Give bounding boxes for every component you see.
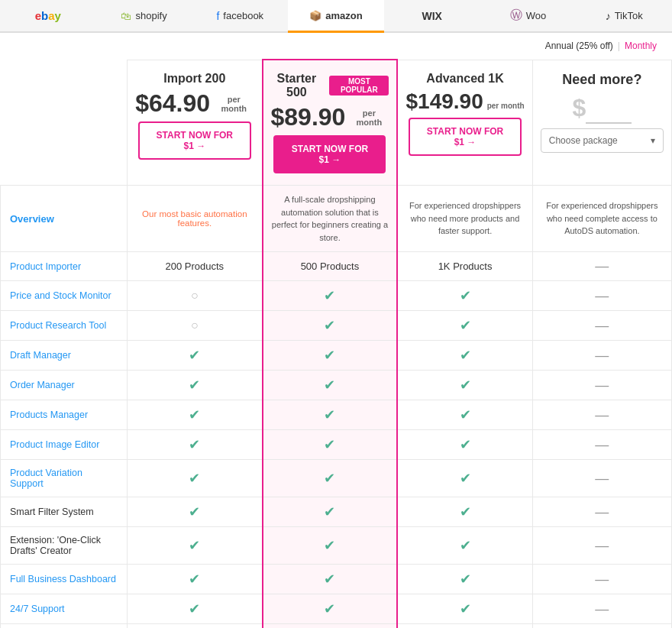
feature-name-cell[interactable]: Price and Stock Monitor (1, 281, 128, 311)
tiktok-icon: ♪ (606, 10, 611, 22)
feature-name-cell[interactable]: Order Manager (1, 371, 128, 400)
starter500-feature-cell: ✔ (263, 341, 398, 371)
feature-name-cell[interactable]: 24/7 Support (1, 594, 128, 624)
feature-name-cell: Smart Filter System (1, 497, 128, 527)
woo-icon: Ⓦ (510, 8, 522, 24)
check-icon: ✔ (324, 538, 335, 553)
advanced1k-feature-cell: ✔ (397, 497, 532, 527)
import200-feature-cell: ○ (128, 281, 263, 311)
choose-package-button[interactable]: Choose package ▾ (541, 128, 664, 153)
starter500-price-value: $89.90 (271, 103, 346, 131)
advanced1k-feature-cell: ✔ (397, 371, 532, 400)
feature-name-cell[interactable]: Product Variation Support (1, 460, 128, 497)
starter500-cta-button[interactable]: START NOW FOR $1 → (273, 135, 386, 173)
starter500-feature-cell: 500 Products (263, 252, 398, 281)
import200-feature-cell: ✔ (128, 594, 263, 624)
dash-icon: — (595, 504, 609, 520)
advanced1k-feature-cell: 1K Products (397, 252, 532, 281)
check-icon: ✔ (460, 377, 471, 393)
check-icon: ✔ (460, 288, 471, 303)
overview-label: Overview (1, 186, 128, 252)
enterprise-price: $ (541, 94, 664, 124)
import200-feature-cell: ✔ (128, 430, 263, 460)
starter500-feature-cell: ✔ (263, 565, 398, 594)
tab-facebook[interactable]: f facebook (192, 0, 288, 33)
annual-label[interactable]: Annual (25% off) (545, 40, 613, 51)
advanced1k-feature-cell: ✔ (397, 565, 532, 594)
check-icon: ✔ (324, 377, 335, 393)
starter500-feature-cell: ✔ (263, 311, 398, 341)
dash-icon: — (595, 471, 609, 486)
check-icon: ✔ (189, 471, 200, 486)
wix-icon: WIX (422, 10, 442, 22)
feature-row: Product Image Editor ✔ ✔ ✔ — (1, 430, 672, 460)
import200-name: Import 200 (135, 72, 254, 86)
tab-wix[interactable]: WIX (384, 0, 480, 33)
feature-row: Product Importer 200 Products 500 Produc… (1, 252, 672, 281)
feature-name-cell[interactable]: Products Manager (1, 400, 128, 430)
check-icon: ✔ (189, 504, 200, 520)
tab-ebay[interactable]: ebay (0, 0, 96, 33)
product-count: 200 Products (166, 261, 225, 272)
feature-name-cell[interactable]: Product Image Editor (1, 430, 128, 460)
tab-woo-label: Woo (526, 10, 547, 21)
tab-tiktok[interactable]: ♪ TikTok (576, 0, 672, 33)
tab-amazon[interactable]: 📦 amazon (288, 0, 384, 33)
choose-package-label: Choose package (549, 135, 618, 146)
feature-row: Product Research Tool ○ ✔ ✔ — (1, 311, 672, 341)
check-icon: ✔ (324, 288, 335, 303)
dash-icon: — (595, 538, 609, 553)
starter500-name: Starter 500 (271, 72, 323, 99)
starter500-feature-cell: ✔ (263, 371, 398, 400)
enterprise-feature-cell: — (532, 311, 671, 341)
feature-name-cell[interactable]: Product Research Tool (1, 311, 128, 341)
check-icon: ✔ (460, 348, 471, 363)
import200-price: $64.90 (135, 90, 210, 117)
enterprise-feature-cell: — (532, 341, 671, 371)
check-icon: ✔ (189, 601, 200, 617)
import200-cta-button[interactable]: START NOW FOR $1 → (138, 121, 251, 160)
feature-row: Order Manager ✔ ✔ ✔ — (1, 371, 672, 400)
advanced1k-feature-cell: ✔ (397, 341, 532, 371)
check-icon: ✔ (460, 601, 471, 617)
tab-woo[interactable]: Ⓦ Woo (480, 0, 577, 33)
check-icon: ✔ (324, 571, 335, 587)
starter500-feature-cell: ✔ (263, 281, 398, 311)
product-count: 500 Products (301, 261, 360, 272)
check-icon: ✔ (324, 471, 335, 486)
advanced1k-cta-button[interactable]: START NOW FOR $1 → (409, 118, 522, 156)
shopify-icon: 🛍 (121, 10, 131, 22)
starter500-feature-cell: ✔ (263, 460, 398, 497)
feature-col-header (1, 60, 128, 186)
monthly-label[interactable]: Monthly (625, 40, 657, 51)
enterprise-feature-cell: — (532, 460, 671, 497)
check-icon: ✔ (189, 571, 200, 587)
dash-icon: — (595, 288, 609, 303)
import200-feature-cell: ✔ (128, 460, 263, 497)
import200-feature-cell: ✔ (128, 341, 263, 371)
advanced1k-per-month: per month (487, 102, 525, 110)
feature-name-cell[interactable]: Full Business Dashboard (1, 565, 128, 594)
import200-feature-cell: ✔ (128, 497, 263, 527)
dash-icon: — (595, 348, 609, 363)
check-icon: ✔ (460, 437, 471, 452)
plan-advanced1k-header: Advanced 1K $149.90 per month START NOW … (397, 60, 532, 186)
check-icon: ✔ (324, 437, 335, 452)
feature-name-cell[interactable]: Product Importer (1, 252, 128, 281)
plan-header-row: Import 200 $64.90 per month START NOW FO… (1, 60, 672, 186)
advanced1k-overview: For experienced dropshippers who need mo… (397, 186, 532, 252)
feature-row: Full Business Dashboard ✔ ✔ ✔ — (1, 565, 672, 594)
feature-name-cell[interactable]: Draft Manager (1, 341, 128, 371)
check-icon: ✔ (324, 601, 335, 617)
enterprise-feature-cell: — (532, 624, 671, 628)
feature-name-cell[interactable]: All Supported Suppliers (1, 624, 128, 628)
advanced1k-name: Advanced 1K (405, 72, 524, 86)
enterprise-feature-cell: — (532, 430, 671, 460)
starter500-feature-cell: ✔ (263, 594, 398, 624)
import200-feature-cell: ✔ (128, 527, 263, 565)
pricing-table: Import 200 $64.90 per month START NOW FO… (0, 59, 672, 628)
check-icon: ✔ (460, 571, 471, 587)
starter500-feature-cell: ✔ (263, 430, 398, 460)
tab-shopify[interactable]: 🛍 shopify (96, 0, 192, 33)
dash-icon: — (595, 258, 609, 274)
